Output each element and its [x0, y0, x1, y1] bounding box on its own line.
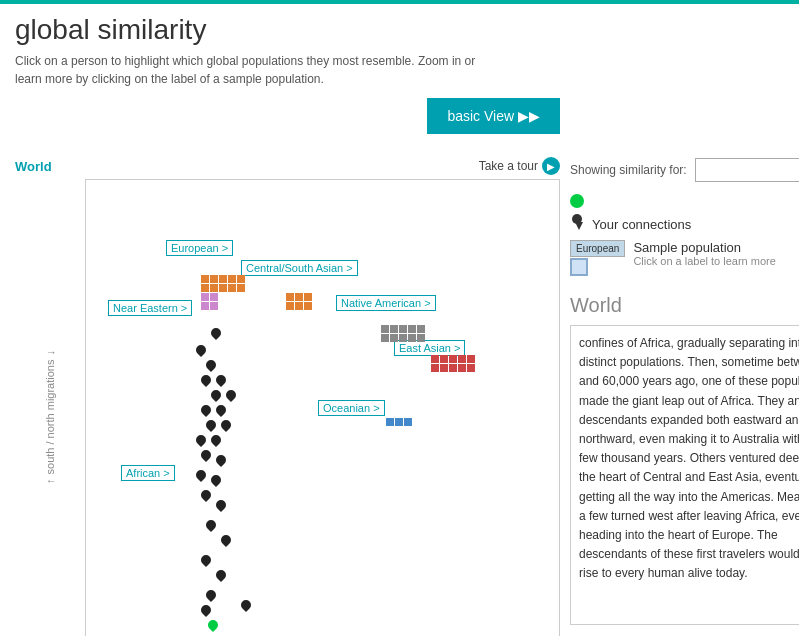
green-dot-icon	[570, 194, 584, 208]
map-pin	[199, 553, 213, 567]
showing-row: Showing similarity for:	[570, 158, 799, 182]
map-dot	[390, 334, 398, 342]
basic-view-button[interactable]: basic View ▶▶	[427, 98, 560, 134]
legend-connections: Your connections	[570, 214, 799, 234]
map-dot	[219, 275, 227, 283]
world-text-box[interactable]: confines of Africa, gradually separating…	[570, 325, 799, 625]
east-asian-label[interactable]: East Asian >	[394, 340, 465, 356]
map-dot	[210, 302, 218, 310]
map-dot	[228, 275, 236, 283]
map-pin	[239, 598, 253, 612]
map-world-label[interactable]: World	[15, 159, 52, 174]
sample-badge-text: European	[570, 240, 625, 257]
map-dot	[286, 302, 294, 310]
map-pin	[209, 473, 223, 487]
european-label[interactable]: European >	[166, 240, 233, 256]
map-panel: basic View ▶▶ World Take a tour ▶ ↑ sout…	[15, 98, 560, 636]
map-dot	[210, 284, 218, 292]
map-dot	[431, 364, 439, 372]
map-dot	[295, 302, 303, 310]
map-dot	[440, 364, 448, 372]
connections-label: Your connections	[592, 217, 691, 232]
map-pin	[214, 498, 228, 512]
map-pin	[214, 373, 228, 387]
map-dot	[440, 355, 448, 363]
legend-sample: European Sample population Click on a la…	[570, 240, 799, 279]
map-dot	[404, 418, 412, 426]
map-dot	[467, 364, 475, 372]
content-area: basic View ▶▶ World Take a tour ▶ ↑ sout…	[15, 98, 784, 636]
map-pin	[209, 326, 223, 340]
world-text: confines of Africa, gradually separating…	[579, 334, 799, 583]
map-dot	[386, 418, 394, 426]
map-pin	[199, 603, 213, 617]
african-label[interactable]: African >	[121, 465, 175, 481]
map-dot	[210, 293, 218, 301]
map-dot	[237, 275, 245, 283]
map-pin	[194, 343, 208, 357]
page-title: global similarity	[15, 14, 784, 46]
sample-text-group: Sample population Click on a label to le…	[633, 240, 775, 267]
map-dot	[201, 302, 209, 310]
map-pin	[194, 433, 208, 447]
sample-square-icon	[570, 258, 588, 276]
map-pin	[199, 373, 213, 387]
near-eastern-label[interactable]: Near Eastern >	[108, 300, 192, 316]
take-tour-label: Take a tour	[479, 159, 538, 173]
south-north-axis: ↑ south / north migrations ↓	[15, 179, 85, 636]
map-dot	[201, 293, 209, 301]
map-dot	[381, 325, 389, 333]
map-pin	[199, 488, 213, 502]
map-canvas[interactable]: European > Central/South Asian > Near Ea…	[85, 179, 560, 636]
map-pin	[194, 468, 208, 482]
map-dot	[467, 355, 475, 363]
take-tour-button[interactable]: Take a tour ▶	[479, 157, 560, 175]
right-panel: Showing similarity for: Your connections…	[570, 98, 799, 636]
central-south-asian-label[interactable]: Central/South Asian >	[241, 260, 358, 276]
oceanian-label[interactable]: Oceanian >	[318, 400, 385, 416]
native-american-label[interactable]: Native American >	[336, 295, 436, 311]
map-dot	[458, 355, 466, 363]
map-dot	[417, 334, 425, 342]
map-pin	[209, 433, 223, 447]
map-pin	[209, 388, 223, 402]
legend-green-dot	[570, 194, 799, 208]
map-pin	[204, 358, 218, 372]
tour-icon: ▶	[542, 157, 560, 175]
map-dot	[201, 275, 209, 283]
map-dot	[304, 293, 312, 301]
map-pin	[204, 518, 218, 532]
map-pin	[214, 453, 228, 467]
map-pin	[214, 403, 228, 417]
map-pin	[199, 448, 213, 462]
map-pin-green	[206, 618, 220, 632]
map-dot	[295, 293, 303, 301]
map-dot	[408, 325, 416, 333]
map-dot	[408, 334, 416, 342]
sample-label: Sample population	[633, 240, 775, 255]
south-north-label: ↑ south / north migrations ↓	[44, 350, 56, 484]
similarity-select[interactable]	[695, 158, 799, 182]
map-with-axis: ↑ south / north migrations ↓ European > …	[15, 179, 560, 636]
map-dot	[395, 418, 403, 426]
map-dot	[449, 364, 457, 372]
map-dot	[399, 334, 407, 342]
map-pin	[219, 533, 233, 547]
map-dot	[381, 334, 389, 342]
map-pin	[224, 388, 238, 402]
map-pin	[204, 418, 218, 432]
map-dot	[219, 284, 227, 292]
map-dot	[449, 355, 457, 363]
map-dot	[390, 325, 398, 333]
legend: Your connections European Sample populat…	[570, 194, 799, 279]
map-dot	[431, 355, 439, 363]
showing-label: Showing similarity for:	[570, 163, 687, 177]
map-dot	[210, 275, 218, 283]
map-dot	[399, 325, 407, 333]
map-pin	[214, 568, 228, 582]
map-dot	[417, 325, 425, 333]
map-pin	[199, 403, 213, 417]
map-dot	[304, 302, 312, 310]
black-pin-icon	[570, 214, 584, 234]
map-dot	[237, 284, 245, 292]
